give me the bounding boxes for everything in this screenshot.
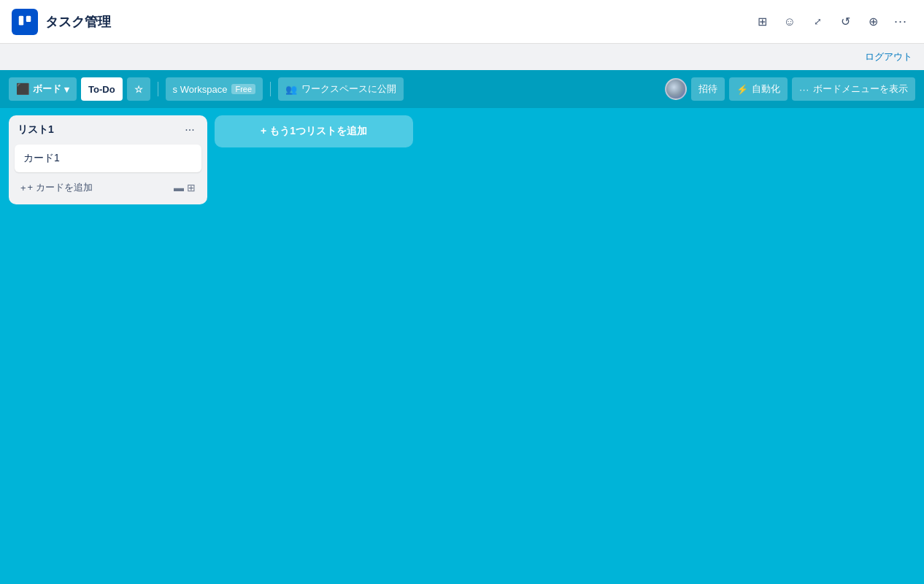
toolbar-divider [158, 82, 158, 96]
share-icon: 👥 [285, 84, 297, 95]
template-icon-btn[interactable]: ⊞ [750, 10, 774, 34]
notification-icon-btn[interactable]: ☺ [778, 10, 801, 34]
plus-icon: + [20, 182, 26, 193]
free-badge: Free [231, 84, 255, 94]
lists-area: リスト1 ··· カード1 + + カードを追加 ▬ ⊞ + もう1つリス [0, 108, 924, 584]
board-menu-button[interactable]: ··· ボードメニューを表示 [792, 77, 915, 101]
logout-bar: ログアウト [0, 44, 924, 70]
list-header: リスト1 ··· [15, 121, 201, 139]
share-workspace-button[interactable]: 👥 ワークスペースに公開 [278, 77, 404, 101]
board-title: タスク管理 [45, 13, 111, 31]
trello-logo [12, 9, 38, 35]
topbar-right: ⊞ ☺ ⤢ ↺ ⊕ ··· [750, 10, 912, 34]
svg-rect-0 [19, 15, 23, 25]
template-card-icon: ⊞ [187, 182, 196, 193]
add-card-button[interactable]: + + カードを追加 ▬ ⊞ [15, 177, 201, 199]
add-list-button[interactable]: + もう1つリストを追加 [215, 115, 413, 147]
list-more-icon: ··· [185, 123, 194, 137]
todo-button[interactable]: To-Do [81, 77, 123, 101]
automation-button[interactable]: ⚡ 自動化 [729, 77, 788, 101]
more-icon: ··· [894, 14, 907, 29]
video-icon: ▬ [174, 182, 184, 193]
list-more-button[interactable]: ··· [181, 121, 199, 139]
more-icon-btn[interactable]: ··· [889, 10, 912, 34]
search-icon: ⤢ [814, 16, 822, 27]
refresh-icon-btn[interactable]: ↺ [833, 10, 857, 34]
chevron-down-icon: ▾ [64, 84, 69, 95]
board-area: ⬛ ボード ▾ To-Do ☆ s Workspace Free 👥 ワークスペ… [0, 70, 924, 584]
logout-link[interactable]: ログアウト [865, 50, 912, 64]
board-toolbar: ⬛ ボード ▾ To-Do ☆ s Workspace Free 👥 ワークスペ… [0, 70, 924, 108]
star-button[interactable]: ☆ [127, 77, 150, 101]
template-icon: ⊞ [758, 15, 767, 28]
lightning-icon: ⚡ [736, 84, 748, 95]
menu-dots-icon: ··· [799, 84, 809, 95]
board-view-button[interactable]: ⬛ ボード ▾ [9, 77, 77, 101]
search-icon-btn[interactable]: ⤢ [806, 10, 829, 34]
avatar [665, 78, 687, 100]
toolbar-divider2 [270, 82, 271, 96]
topbar-left: タスク管理 [12, 9, 111, 35]
refresh-icon: ↺ [841, 15, 850, 28]
list-card: リスト1 ··· カード1 + + カードを追加 ▬ ⊞ [9, 115, 207, 204]
svg-rect-1 [26, 15, 31, 21]
list-title: リスト1 [18, 123, 54, 137]
globe-icon-btn[interactable]: ⊕ [861, 10, 885, 34]
board-icon: ⬛ [16, 82, 30, 96]
card-item[interactable]: カード1 [15, 145, 201, 172]
topbar: タスク管理 ⊞ ☺ ⤢ ↺ ⊕ ··· [0, 0, 924, 44]
star-icon: ☆ [134, 84, 143, 95]
globe-icon: ⊕ [869, 15, 878, 28]
invite-button[interactable]: 招待 [691, 77, 725, 101]
notification-icon: ☺ [784, 15, 796, 28]
add-card-icons: ▬ ⊞ [174, 182, 196, 193]
workspace-button[interactable]: s Workspace Free [166, 77, 263, 101]
